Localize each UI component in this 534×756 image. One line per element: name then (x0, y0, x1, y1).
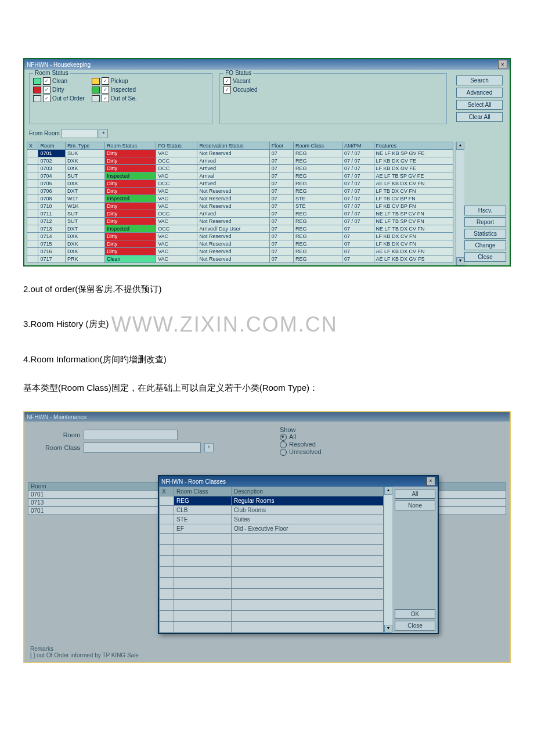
table-row[interactable]: EFOld - Executive Floor (160, 524, 384, 534)
table-row[interactable]: 0712SUTDirtyVACNot Reserved07REG07 / 07N… (27, 218, 453, 225)
popup-scrollbar[interactable]: ▲ ▼ (384, 487, 392, 633)
table-row[interactable]: CLBClub Rooms (160, 506, 384, 515)
table-row[interactable]: 0701SUKDirtyVACNot Reserved07REG07 / 07N… (27, 150, 453, 157)
table-row (160, 611, 384, 622)
maint-room-label: Room (34, 431, 80, 438)
top-button-column: Search Advanced Select All Clear All (454, 73, 505, 124)
table-row (160, 600, 384, 611)
label-clean: Clean (52, 78, 67, 84)
label-occupied: Occupied (233, 87, 257, 93)
scroll-down-icon[interactable]: ▼ (456, 257, 464, 265)
scroll-up-icon[interactable]: ▲ (456, 142, 464, 150)
maint-room-class-lookup[interactable]: ± (204, 443, 214, 452)
popup-scroll-up-icon[interactable]: ▲ (384, 487, 392, 495)
show-group: Show All Resolved Unresolved (280, 426, 322, 456)
statistics-button[interactable]: Statistics (464, 229, 506, 239)
search-button[interactable]: Search (456, 75, 503, 85)
report-button[interactable]: Report (464, 217, 506, 227)
radio-resolved[interactable] (280, 441, 287, 448)
rc-close-button[interactable]: Close (395, 621, 435, 631)
change-button[interactable]: Change (464, 240, 506, 250)
swatch-ooo (33, 95, 41, 102)
swatch-inspected (92, 87, 100, 93)
table-row (160, 622, 384, 633)
label-out-of-se: Out of Se. (111, 95, 137, 102)
housekeeping-table: X Room Rm. Type Room Status FO Status Re… (27, 142, 453, 263)
table-row[interactable]: 0711SUTDirtyOCCArrived07REG07 / 07NE LF … (27, 210, 453, 218)
housekeeping-title: NFHWN - Housekeeping (27, 62, 91, 68)
col-rm-type[interactable]: Rm. Type (65, 142, 104, 150)
col-res-status[interactable]: Reservation Status (197, 142, 269, 150)
col-room-status[interactable]: Room Status (104, 142, 156, 150)
room-status-legend: Room Status (33, 70, 70, 76)
checkbox-pickup[interactable]: ✓ (102, 77, 109, 85)
col-room-class[interactable]: Room Class (294, 142, 342, 150)
col-features[interactable]: Features (374, 142, 453, 150)
table-row[interactable]: 0702DXKDirtyOCCArrived07REG07 / 07LF KB … (27, 157, 453, 165)
checkbox-out-of-order[interactable]: ✓ (43, 95, 50, 102)
rc-col-description[interactable]: Description (232, 487, 384, 496)
radio-all[interactable] (280, 434, 287, 441)
radio-resolved-label: Resolved (289, 441, 316, 448)
advanced-button[interactable]: Advanced (456, 88, 503, 98)
clear-all-button[interactable]: Clear All (456, 112, 503, 122)
checkbox-out-of-se[interactable]: ✓ (102, 95, 109, 102)
from-room-input[interactable] (62, 129, 98, 138)
table-row[interactable]: 0714DXKDirtyVACNot Reserved07REG07LF KB … (27, 233, 453, 240)
col-x[interactable]: X (27, 142, 38, 150)
table-row[interactable]: REGRegular Rooms (160, 496, 384, 506)
radio-unresolved[interactable] (280, 449, 287, 456)
from-room-spin-button[interactable]: ± (99, 129, 108, 138)
maint-room-class-input[interactable] (84, 442, 201, 453)
col-ampm[interactable]: AM/PM (342, 142, 374, 150)
popup-scroll-down-icon[interactable]: ▼ (384, 625, 392, 633)
close-icon[interactable]: × (498, 60, 507, 69)
table-row[interactable]: 0708W1TInspectedVACNot Reserved07STE07 /… (27, 195, 453, 203)
radio-all-label: All (289, 433, 296, 440)
label-inspected: Inspected (111, 87, 136, 93)
maint-room-input[interactable] (84, 430, 178, 440)
maint-room-class-label: Room Class (34, 444, 80, 451)
fo-status-fieldset: FO Status ✓ Vacant ✓ Occupied (219, 73, 447, 124)
checkbox-vacant[interactable]: ✓ (223, 77, 231, 85)
table-row[interactable]: 0716DXKDirtyVACNot Reserved07REG07AE LF … (27, 248, 453, 255)
table-row[interactable]: STESuites (160, 515, 384, 524)
checkbox-inspected[interactable]: ✓ (102, 86, 109, 93)
checkbox-dirty[interactable]: ✓ (43, 86, 50, 93)
body-line-3-text: 3.Room History (房史) (23, 319, 109, 329)
label-dirty: Dirty (52, 87, 64, 93)
col-fo-status[interactable]: FO Status (156, 142, 197, 150)
checkbox-occupied[interactable]: ✓ (223, 86, 231, 93)
rc-col-x[interactable]: X (160, 487, 174, 496)
table-row[interactable]: 0706DXTDirtyVACNot Reserved07REG07 / 07L… (27, 188, 453, 195)
popup-close-icon[interactable]: × (426, 477, 435, 486)
show-label: Show (280, 426, 322, 433)
table-row[interactable]: 0713DXTInspectedOCCArrived/ Day Use/07RE… (27, 225, 453, 233)
rc-none-button[interactable]: None (395, 501, 435, 510)
checkbox-clean[interactable]: ✓ (43, 77, 50, 85)
table-row (160, 534, 384, 545)
fo-status-legend: FO Status (223, 70, 253, 76)
room-classes-title: NFHWN - Room Classes (161, 478, 226, 485)
scrollbar[interactable]: ▲ ▼ (456, 142, 464, 265)
table-row[interactable]: 0717PRKCleanVACNot Reserved07REG07AE LF … (27, 255, 453, 263)
rc-ok-button[interactable]: OK (395, 609, 435, 619)
remarks-label: Remarks (30, 646, 53, 652)
hscv-button[interactable]: Hscv. (464, 206, 506, 215)
label-pickup: Pickup (111, 78, 128, 84)
table-row[interactable]: 0715DXKDirtyVACNot Reserved07REG07LF KB … (27, 240, 453, 248)
table-row (160, 545, 384, 556)
col-room[interactable]: Room (38, 142, 65, 150)
rc-all-button[interactable]: All (395, 489, 435, 499)
table-row[interactable]: 0710W1KDirtyVACNot Reserved07STE07 / 07L… (27, 203, 453, 210)
close-button[interactable]: Close (464, 252, 506, 262)
table-row[interactable]: 0703DXKDirtyOCCArrived07REG07 / 07LF KB … (27, 165, 453, 172)
table-row[interactable]: 0705DXKDirtyOCCArrived07REG07 / 07AE LF … (27, 180, 453, 188)
table-row[interactable]: 0704SUTInspectedVACArrival07REG07 / 07AE… (27, 172, 453, 180)
select-all-button[interactable]: Select All (456, 100, 503, 110)
col-floor[interactable]: Floor (269, 142, 293, 150)
maintenance-window: NFHWN - Maintenance Room Room Class ± Sh… (23, 411, 511, 663)
swatch-oos (92, 95, 100, 102)
body-line-2: 2.out of order(保留客房,不提供预订) (23, 284, 511, 295)
rc-col-room-class[interactable]: Room Class (174, 487, 232, 496)
